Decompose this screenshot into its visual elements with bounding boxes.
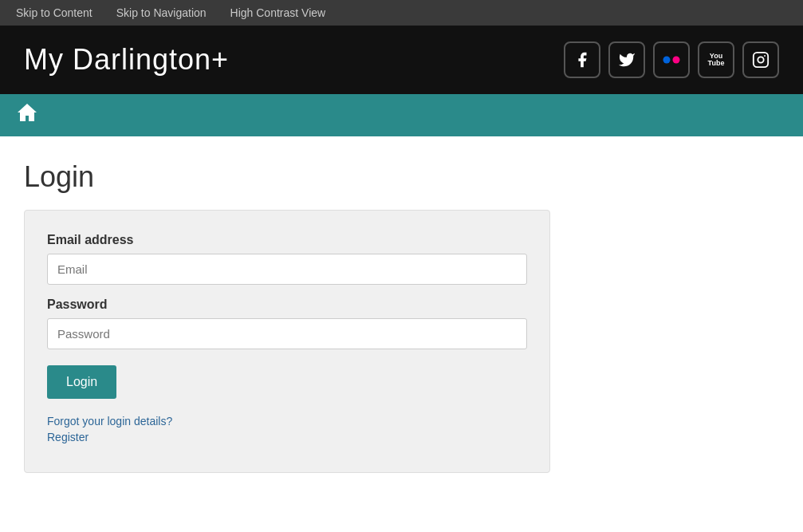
- skip-to-content-link[interactable]: Skip to Content: [16, 6, 93, 19]
- password-input[interactable]: [47, 318, 527, 349]
- home-icon[interactable]: [16, 102, 38, 128]
- flickr-icon[interactable]: [653, 41, 690, 78]
- youtube-icon[interactable]: You Tube: [698, 41, 734, 78]
- register-link[interactable]: Register: [47, 431, 527, 443]
- instagram-icon[interactable]: [742, 41, 779, 78]
- forgot-login-link[interactable]: Forgot your login details?: [47, 415, 527, 428]
- svg-point-1: [673, 57, 680, 64]
- login-button[interactable]: Login: [47, 365, 116, 399]
- site-title: My Darlington+: [24, 43, 229, 77]
- facebook-icon[interactable]: [564, 41, 600, 78]
- svg-point-0: [663, 57, 671, 64]
- social-icons-group: You Tube: [564, 41, 779, 78]
- main-content: Login Email address Password Login Forgo…: [0, 136, 803, 497]
- svg-rect-2: [754, 53, 768, 67]
- twitter-icon[interactable]: [608, 41, 645, 78]
- svg-point-3: [758, 57, 763, 62]
- skip-bar: Skip to Content Skip to Navigation High …: [0, 0, 803, 26]
- email-input[interactable]: [47, 254, 527, 285]
- password-label: Password: [47, 298, 527, 312]
- svg-point-4: [764, 55, 766, 57]
- nav-bar: [0, 94, 803, 136]
- site-header: My Darlington+ You Tube: [0, 26, 803, 94]
- login-card: Email address Password Login Forgot your…: [24, 210, 550, 473]
- skip-to-navigation-link[interactable]: Skip to Navigation: [116, 6, 207, 19]
- page-title: Login: [24, 160, 779, 194]
- high-contrast-link[interactable]: High Contrast View: [230, 6, 326, 19]
- email-label: Email address: [47, 233, 527, 247]
